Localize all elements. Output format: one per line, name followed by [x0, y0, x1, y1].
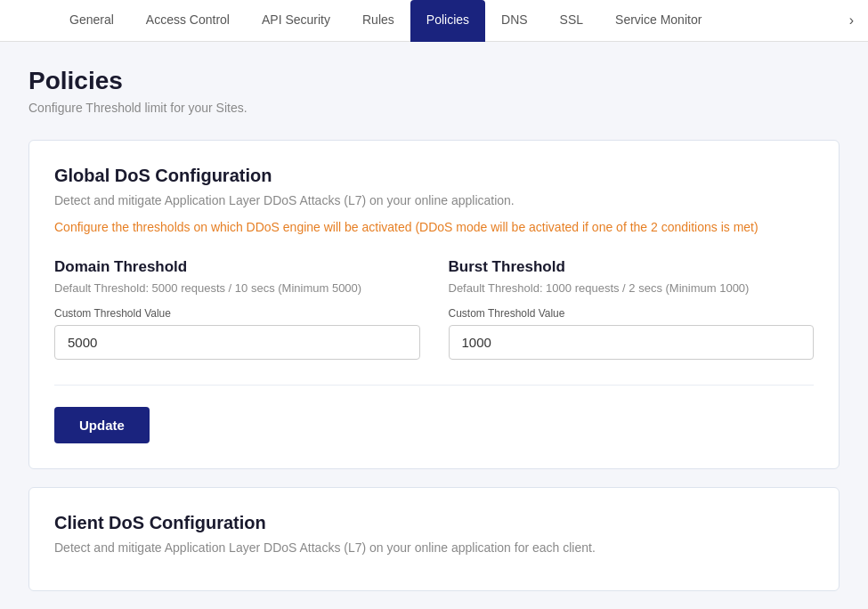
domain-threshold-label: Domain Threshold	[54, 258, 420, 276]
client-dos-card: Client DoS Configuration Detect and miti…	[28, 487, 840, 591]
page-title: Policies	[28, 67, 840, 95]
global-dos-title: Global DoS Configuration	[54, 166, 814, 186]
page-subtitle: Configure Threshold limit for your Sites…	[28, 101, 840, 115]
tab-policies[interactable]: Policies	[410, 0, 485, 42]
domain-threshold-input[interactable]	[54, 325, 420, 360]
tab-access-control[interactable]: Access Control	[130, 0, 246, 42]
tabs-arrow[interactable]: ›	[835, 0, 868, 41]
domain-custom-threshold-label: Custom Threshold Value	[54, 307, 420, 320]
card-divider	[54, 385, 814, 386]
domain-threshold-section: Domain Threshold Default Threshold: 5000…	[54, 258, 420, 360]
burst-threshold-input[interactable]	[449, 325, 815, 360]
tabs-bar: General Access Control API Security Rule…	[0, 0, 868, 42]
update-button[interactable]: Update	[54, 407, 150, 443]
tab-dns[interactable]: DNS	[485, 0, 544, 42]
burst-threshold-label: Burst Threshold	[449, 258, 815, 276]
burst-custom-threshold-label: Custom Threshold Value	[449, 307, 815, 320]
client-dos-title: Client DoS Configuration	[54, 513, 814, 533]
client-dos-description: Detect and mitigate Application Layer DD…	[54, 540, 814, 555]
threshold-grid: Domain Threshold Default Threshold: 5000…	[54, 258, 814, 360]
tab-rules[interactable]: Rules	[346, 0, 410, 42]
burst-threshold-default: Default Threshold: 1000 requests / 2 sec…	[449, 281, 815, 295]
tab-general[interactable]: General	[53, 0, 130, 42]
global-dos-warning: Configure the thresholds on which DDoS e…	[54, 218, 814, 237]
tab-service-monitor[interactable]: Service Monitor	[599, 0, 718, 42]
tab-ssl[interactable]: SSL	[544, 0, 599, 42]
global-dos-description: Detect and mitigate Application Layer DD…	[54, 193, 814, 207]
page-content: Policies Configure Threshold limit for y…	[0, 42, 868, 609]
burst-threshold-section: Burst Threshold Default Threshold: 1000 …	[449, 258, 815, 360]
domain-threshold-default: Default Threshold: 5000 requests / 10 se…	[54, 281, 420, 295]
global-dos-card: Global DoS Configuration Detect and miti…	[28, 140, 840, 469]
tab-api-security[interactable]: API Security	[246, 0, 346, 42]
